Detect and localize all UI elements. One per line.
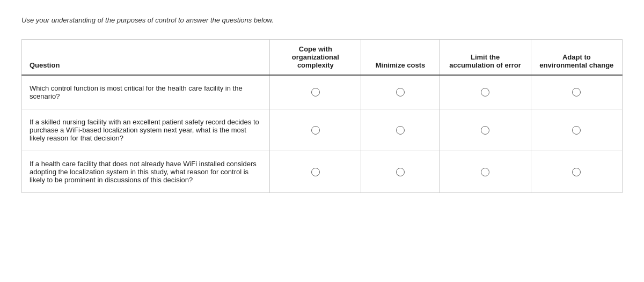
- radio-1-adapt[interactable]: [572, 88, 581, 97]
- radio-1-minimize[interactable]: [396, 88, 405, 97]
- radio-cell-2-limit[interactable]: [440, 109, 531, 151]
- radio-cell-3-cope[interactable]: [270, 151, 361, 193]
- radio-cell-1-limit[interactable]: [440, 75, 531, 109]
- table-row: Which control function is most critical …: [22, 75, 623, 109]
- radio-3-minimize[interactable]: [396, 168, 405, 176]
- header-question: Question: [22, 40, 270, 76]
- radio-cell-2-adapt[interactable]: [531, 109, 622, 151]
- radio-1-cope[interactable]: [311, 88, 320, 97]
- radio-cell-1-minimize[interactable]: [361, 75, 440, 109]
- question-1: Which control function is most critical …: [22, 75, 270, 109]
- header-cope: Cope with organizational complexity: [270, 40, 361, 76]
- header-minimize: Minimize costs: [361, 40, 440, 76]
- radio-3-limit[interactable]: [481, 168, 489, 176]
- radio-2-adapt[interactable]: [572, 126, 581, 135]
- radio-cell-1-cope[interactable]: [270, 75, 361, 109]
- instruction-text: Use your understanding of the purposes o…: [21, 16, 623, 24]
- header-limit: Limit the accumulation of error: [440, 40, 531, 76]
- radio-cell-3-limit[interactable]: [440, 151, 531, 193]
- radio-2-limit[interactable]: [481, 126, 489, 135]
- radio-3-cope[interactable]: [311, 168, 320, 176]
- radio-cell-2-minimize[interactable]: [361, 109, 440, 151]
- radio-3-adapt[interactable]: [572, 168, 581, 176]
- radio-1-limit[interactable]: [481, 88, 489, 97]
- radio-cell-3-adapt[interactable]: [531, 151, 622, 193]
- question-table: Question Cope with organizational comple…: [21, 39, 623, 193]
- table-row: If a health care facility that does not …: [22, 151, 623, 193]
- question-2: If a skilled nursing facility with an ex…: [22, 109, 270, 151]
- header-adapt: Adapt to environmental change: [531, 40, 622, 76]
- radio-2-minimize[interactable]: [396, 126, 405, 135]
- radio-cell-2-cope[interactable]: [270, 109, 361, 151]
- radio-2-cope[interactable]: [311, 126, 320, 135]
- radio-cell-1-adapt[interactable]: [531, 75, 622, 109]
- question-3: If a health care facility that does not …: [22, 151, 270, 193]
- radio-cell-3-minimize[interactable]: [361, 151, 440, 193]
- table-row: If a skilled nursing facility with an ex…: [22, 109, 623, 151]
